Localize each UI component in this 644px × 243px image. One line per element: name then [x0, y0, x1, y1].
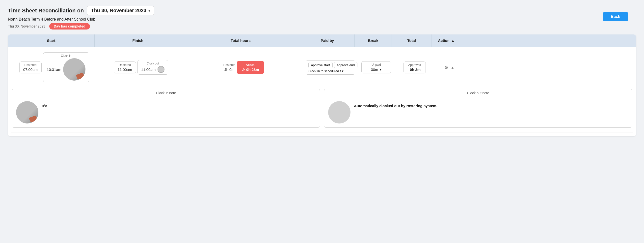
clock-in-avatar	[63, 58, 86, 81]
rostered-finish-value: 11:00am	[118, 68, 132, 72]
actual-hours-badge: Actual ⚠ 0h 28m	[237, 61, 264, 74]
clock-in-note-avatar	[16, 101, 38, 123]
paid-by-box: approve start approve end Clock in to sc…	[306, 60, 355, 75]
total-approved-value: -0h 2m	[407, 68, 422, 72]
page-title: Time Sheet Reconciliation on	[8, 8, 84, 14]
start-cell: Rostered 07:00am Clock in 10:31am	[11, 51, 98, 84]
clock-out-note-box: Clock out note Automatically clocked out…	[324, 89, 632, 128]
paid-by-cell: approve start approve end Clock in to sc…	[303, 59, 358, 76]
clock-in-note-text: n/a	[42, 101, 47, 107]
meta-date: Thu 30, November 2023	[8, 24, 45, 28]
approve-start-button[interactable]: approve start	[308, 62, 333, 68]
th-finish: Finish	[94, 35, 181, 47]
rostered-start-box: Rostered 07:00am	[19, 62, 42, 73]
clock-out-label: Clock out	[141, 62, 164, 65]
clock-in-note-box: Clock in note n/a	[12, 89, 320, 128]
table-header: Start Finish Total hours Paid by Break T…	[8, 35, 636, 47]
total-box: Approved -0h 2m	[404, 62, 426, 73]
collapse-icon[interactable]: ▲	[451, 66, 454, 69]
row-separator	[11, 132, 633, 132]
rostered-finish-label: Rostered	[118, 63, 132, 67]
total-cell: Approved -0h 2m	[395, 60, 434, 75]
rostered-start-value: 07:00am	[23, 68, 38, 72]
clock-out-note-header: Clock out note	[324, 89, 632, 97]
th-start: Start	[8, 35, 94, 47]
break-chevron-icon: ▾	[380, 67, 382, 72]
finish-cell: Rostered 11:00am Clock out 11:00am	[98, 59, 184, 76]
gear-icon[interactable]: ⚙	[444, 65, 448, 70]
th-break: Break	[355, 35, 392, 47]
break-cell: Unpaid 30m ▾	[358, 60, 395, 75]
rostered-finish-box: Rostered 11:00am	[114, 62, 136, 73]
rostered-hours-label: Rostered	[224, 63, 236, 67]
timesheet-table: Start Finish Total hours Paid by Break T…	[8, 35, 636, 136]
notes-section: Clock in note n/a Clock out note Automat…	[11, 89, 633, 128]
break-label: Unpaid	[364, 63, 388, 67]
clock-in-box: Clock in 10:31am	[43, 52, 89, 82]
paid-by-value[interactable]: Clock in to scheduled f ▾	[308, 69, 352, 73]
back-button[interactable]: Back	[603, 12, 628, 21]
day-completed-badge: Day has completed	[49, 23, 90, 30]
rostered-start-label: Rostered	[23, 63, 38, 67]
th-total-hours: Total hours	[181, 35, 300, 47]
date-dropdown-value: Thu 30, November 2023	[91, 8, 146, 14]
date-dropdown[interactable]: Thu 30, November 2023 ▾	[87, 6, 154, 15]
organization-name: North Beach Term 4 Before and After Scho…	[8, 17, 636, 22]
clock-out-box: Clock out 11:00am	[138, 60, 168, 75]
break-box: Unpaid 30m ▾	[362, 61, 391, 73]
clock-out-note-avatar	[328, 101, 350, 123]
rostered-hours-cell: Rostered 4h 0m	[224, 63, 236, 72]
chevron-down-icon: ▾	[148, 9, 150, 13]
clock-in-label: Clock in	[47, 54, 86, 58]
paid-by-chevron-icon: ▾	[342, 69, 344, 73]
sort-icon: ▲	[451, 39, 455, 43]
clock-out-note-text: Automatically clocked out by rostering s…	[354, 101, 438, 109]
clock-out-value: 11:00am	[141, 68, 156, 72]
clock-in-note-header: Clock in note	[12, 89, 320, 97]
th-action: Action ▲	[432, 35, 461, 47]
approve-end-button[interactable]: approve end	[334, 62, 358, 68]
table-body: Rostered 07:00am Clock in 10:31am	[8, 47, 636, 136]
th-paid-by: Paid by	[300, 35, 355, 47]
total-approved-label: Approved	[407, 63, 422, 67]
rostered-hours-value: 4h 0m	[224, 68, 236, 72]
clock-in-value: 10:31am	[47, 68, 61, 72]
action-cell: ⚙ ▲	[434, 63, 464, 72]
th-total: Total	[392, 35, 432, 47]
break-value[interactable]: 30m ▾	[364, 67, 388, 72]
table-row: Rostered 07:00am Clock in 10:31am	[11, 51, 633, 84]
total-hours-cell: Rostered 4h 0m Actual ⚠ 0h 28m	[184, 60, 303, 75]
actual-value: ⚠ 0h 28m	[241, 68, 260, 72]
actual-label: Actual	[241, 63, 260, 67]
clock-out-toggle[interactable]	[158, 66, 164, 73]
